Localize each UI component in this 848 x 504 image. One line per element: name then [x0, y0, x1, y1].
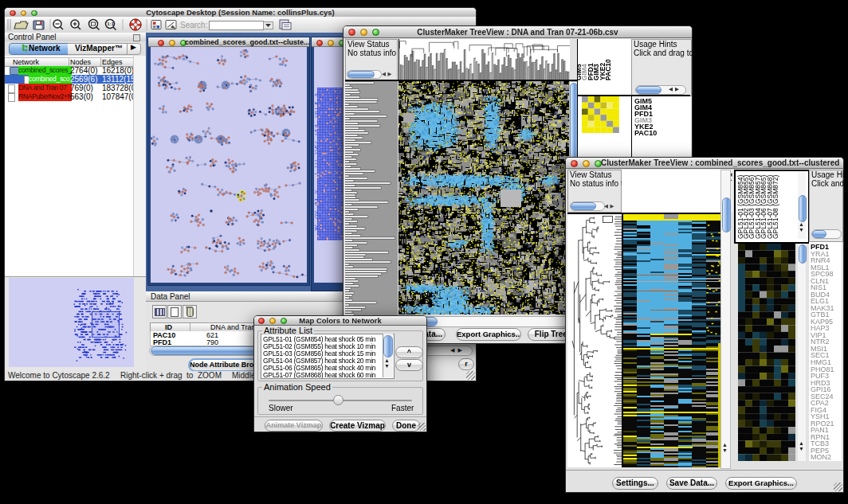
- svg-text:Search:: Search:: [180, 21, 207, 29]
- svg-text:1:1: 1:1: [107, 21, 114, 26]
